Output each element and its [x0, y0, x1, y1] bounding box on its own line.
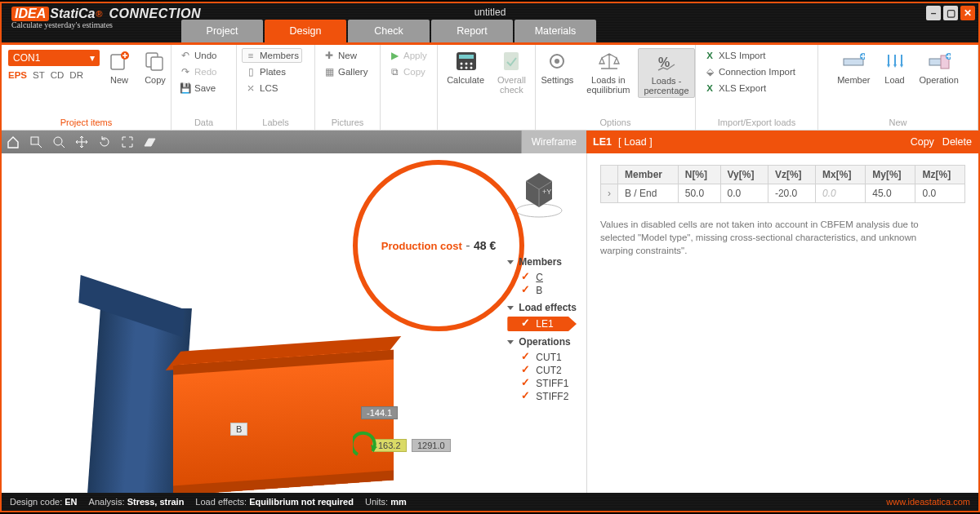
view-dr[interactable]: DR — [69, 70, 83, 80]
disabled-cells-note: Values in disabled cells are not taken i… — [600, 218, 943, 257]
website-link[interactable]: www.ideastatica.com — [886, 497, 970, 507]
app-window: IDEAStatiCa® CONNECTION Calculate yester… — [2, 3, 978, 511]
moment-arrow-icon — [353, 427, 377, 459]
col-n[interactable]: N[%] — [678, 166, 720, 184]
svg-rect-5 — [459, 55, 474, 59]
tree-member-b[interactable]: B — [507, 284, 577, 297]
zoom-window-button[interactable] — [24, 131, 47, 153]
main-area: B C -144.1 163.2 1291.0 +Y Production co… — [2, 153, 978, 493]
table-row[interactable]: › B / End 50.0 0.0 -20.0 0.0 45.0 0.0 — [601, 184, 965, 203]
tree-member-c[interactable]: C — [507, 271, 577, 284]
col-my[interactable]: My[%] — [866, 166, 915, 184]
svg-point-11 — [470, 67, 473, 69]
picture-gallery-button[interactable]: ▦Gallery — [320, 64, 371, 79]
col-mx[interactable]: Mx[%] — [816, 166, 866, 184]
loads-equilibrium-button[interactable]: Loads in equilibrium — [581, 48, 635, 96]
xls-import-button[interactable]: XXLS Import — [701, 48, 799, 63]
xls-export-button[interactable]: XXLS Export — [701, 81, 799, 95]
member-b-label: B — [230, 423, 247, 436]
tree-op-stiff2[interactable]: STIFF2 — [507, 390, 577, 403]
load-panel: Member N[%] Vy[%] Vz[%] Mx[%] My[%] Mz[%… — [586, 153, 978, 493]
svg-point-9 — [461, 67, 463, 69]
production-cost-callout: Production cost - 48 € — [353, 160, 524, 331]
le-tag: [ Load ] — [618, 136, 653, 148]
tab-report[interactable]: Report — [431, 20, 513, 42]
svg-rect-21 — [31, 137, 38, 144]
svg-rect-16 — [844, 59, 863, 65]
tagline: Calculate yesterday's estimates — [11, 20, 201, 29]
tree-op-stiff1[interactable]: STIFF1 — [507, 377, 577, 390]
loads-percentage-button[interactable]: % Loads - percentage — [638, 48, 694, 98]
svg-point-8 — [470, 63, 473, 65]
col-member[interactable]: Member — [618, 166, 679, 184]
tab-design[interactable]: Design — [265, 20, 346, 42]
status-bar: Design code: EN Analysis: Stress, strain… — [2, 493, 978, 511]
main-tabs: Project Design Check Report Materials — [181, 20, 596, 42]
fullscreen-button[interactable] — [116, 131, 139, 153]
tab-project[interactable]: Project — [181, 20, 263, 42]
view-st[interactable]: ST — [33, 70, 45, 80]
scales-icon — [597, 50, 620, 73]
scene-tree: Members C B Load effects LE1 Operations … — [507, 251, 577, 403]
percent-icon: % — [655, 51, 678, 73]
ribbon: CON1▾ EPS ST CD DR New Copy — [2, 42, 978, 131]
tab-materials[interactable]: Materials — [514, 20, 596, 42]
svg-point-10 — [466, 67, 468, 69]
load-table[interactable]: Member N[%] Vy[%] Vz[%] Mx[%] My[%] Mz[%… — [600, 165, 965, 203]
copy-connection-button[interactable]: Copy — [139, 48, 172, 86]
overall-check-button[interactable]: Overall check — [492, 48, 531, 96]
col-vz[interactable]: Vz[%] — [768, 166, 815, 184]
svg-text:+Y: +Y — [542, 188, 551, 196]
calculate-button[interactable]: Calculate — [442, 48, 489, 86]
row-selector-icon[interactable]: › — [601, 184, 618, 203]
gear-icon — [546, 50, 568, 73]
connection-import-button[interactable]: ⬙Connection Import — [701, 64, 799, 79]
view-eps[interactable]: EPS — [8, 70, 27, 80]
new-member-button[interactable]: Member — [832, 48, 875, 86]
window-minimize-button[interactable]: – — [926, 6, 941, 20]
toggle-lcs-label[interactable]: ⤫LCS — [242, 81, 302, 95]
load-effect-bar: LE1 [ Load ] Copy Delete — [586, 131, 978, 153]
svg-rect-3 — [151, 57, 163, 70]
perspective-button[interactable] — [139, 131, 162, 153]
toggle-members-label[interactable]: ≡Members — [242, 48, 302, 63]
zoom-button[interactable] — [47, 131, 70, 153]
home-view-button[interactable] — [2, 131, 24, 153]
undo-button[interactable]: ↶Undo — [176, 48, 220, 63]
new-operation-button[interactable]: Operation — [915, 48, 964, 86]
le-delete-button[interactable]: Delete — [942, 136, 972, 148]
svg-point-22 — [54, 137, 62, 145]
le-copy-button[interactable]: Copy — [911, 136, 934, 148]
tree-op-cut1[interactable]: CUT1 — [507, 351, 577, 364]
svg-rect-12 — [504, 52, 519, 70]
viewport-3d[interactable]: B C -144.1 163.2 1291.0 +Y Production co… — [2, 153, 586, 493]
picture-new-button[interactable]: ✚New — [320, 48, 371, 63]
svg-text:%: % — [658, 55, 670, 69]
pan-button[interactable] — [70, 131, 93, 153]
mode-wireframe[interactable]: Wireframe — [521, 131, 586, 153]
tab-check[interactable]: Check — [348, 20, 430, 42]
document-title: untitled — [2, 7, 978, 18]
toggle-plates-label[interactable]: ▯Plates — [242, 64, 302, 79]
col-vy[interactable]: Vy[%] — [720, 166, 768, 184]
new-load-button[interactable]: Load — [879, 48, 911, 86]
connection-selector[interactable]: CON1▾ — [8, 50, 100, 66]
rotate-button[interactable] — [93, 131, 116, 153]
apply-button[interactable]: ▶Apply — [385, 48, 430, 63]
force-2: 163.2 — [372, 439, 407, 452]
tree-load-le1[interactable]: LE1 — [507, 317, 577, 331]
window-close-button[interactable]: ✕ — [960, 6, 975, 20]
svg-point-7 — [466, 63, 468, 65]
new-connection-button[interactable]: New — [103, 48, 136, 86]
save-button[interactable]: 💾Save — [176, 81, 220, 95]
apply-copy-button[interactable]: ⧉Copy — [385, 64, 430, 79]
titlebar: IDEAStatiCa® CONNECTION Calculate yester… — [2, 3, 978, 42]
view-cd[interactable]: CD — [51, 70, 65, 80]
force-1: -144.1 — [361, 406, 398, 419]
redo-button[interactable]: ↷Redo — [176, 64, 220, 79]
col-mz[interactable]: Mz[%] — [915, 166, 965, 184]
view-code-row: EPS ST CD DR — [8, 70, 100, 80]
tree-op-cut2[interactable]: CUT2 — [507, 364, 577, 377]
settings-button[interactable]: Settings — [537, 48, 579, 86]
window-maximize-button[interactable]: ▢ — [943, 6, 958, 20]
